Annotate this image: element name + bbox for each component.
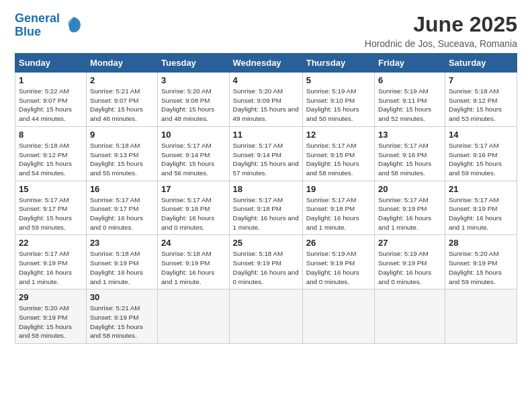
- day-number: 18: [233, 184, 299, 194]
- day-number: 13: [378, 130, 441, 140]
- day-detail: Sunrise: 5:19 AM Sunset: 9:11 PM Dayligh…: [378, 87, 441, 124]
- calendar-cell: 11Sunrise: 5:17 AM Sunset: 9:14 PM Dayli…: [229, 126, 302, 181]
- day-detail: Sunrise: 5:18 AM Sunset: 9:19 PM Dayligh…: [233, 249, 299, 286]
- day-number: 10: [161, 130, 226, 140]
- day-detail: Sunrise: 5:22 AM Sunset: 9:07 PM Dayligh…: [19, 87, 83, 124]
- calendar-cell: [302, 289, 374, 344]
- calendar-cell: 4Sunrise: 5:20 AM Sunset: 9:09 PM Daylig…: [229, 73, 302, 127]
- calendar-cell: 22Sunrise: 5:17 AM Sunset: 9:19 PM Dayli…: [15, 235, 87, 289]
- calendar-title: June 2025: [365, 12, 517, 37]
- calendar-cell: 12Sunrise: 5:17 AM Sunset: 9:15 PM Dayli…: [302, 126, 374, 181]
- day-number: 11: [233, 130, 299, 140]
- calendar-cell: 19Sunrise: 5:17 AM Sunset: 9:18 PM Dayli…: [302, 181, 374, 235]
- day-number: 8: [19, 130, 83, 140]
- day-number: 27: [378, 238, 441, 248]
- day-number: 9: [90, 130, 154, 140]
- day-number: 30: [90, 292, 154, 302]
- day-detail: Sunrise: 5:17 AM Sunset: 9:17 PM Dayligh…: [90, 195, 154, 232]
- calendar-cell: 6Sunrise: 5:19 AM Sunset: 9:11 PM Daylig…: [375, 73, 445, 127]
- day-number: 16: [90, 184, 154, 194]
- day-number: 1: [19, 75, 83, 85]
- day-detail: Sunrise: 5:20 AM Sunset: 9:19 PM Dayligh…: [19, 304, 83, 340]
- weekday-header-tuesday: Tuesday: [158, 54, 230, 73]
- day-detail: Sunrise: 5:18 AM Sunset: 9:13 PM Dayligh…: [90, 141, 154, 178]
- day-number: 12: [306, 130, 371, 140]
- calendar-cell: 8Sunrise: 5:18 AM Sunset: 9:12 PM Daylig…: [15, 126, 87, 181]
- calendar-cell: 14Sunrise: 5:17 AM Sunset: 9:16 PM Dayli…: [445, 126, 517, 181]
- day-detail: Sunrise: 5:17 AM Sunset: 9:15 PM Dayligh…: [306, 141, 371, 178]
- weekday-header-thursday: Thursday: [302, 54, 374, 73]
- day-detail: Sunrise: 5:19 AM Sunset: 9:10 PM Dayligh…: [306, 87, 371, 124]
- day-number: 15: [19, 184, 83, 194]
- calendar-cell: 30Sunrise: 5:21 AM Sunset: 9:19 PM Dayli…: [86, 289, 157, 344]
- weekday-header-wednesday: Wednesday: [229, 54, 302, 73]
- logo: General Blue: [15, 12, 84, 39]
- weekday-header-row: SundayMondayTuesdayWednesdayThursdayFrid…: [15, 54, 517, 73]
- day-detail: Sunrise: 5:17 AM Sunset: 9:19 PM Dayligh…: [378, 195, 441, 232]
- day-number: 29: [19, 292, 83, 302]
- weekday-header-monday: Monday: [86, 54, 157, 73]
- day-detail: Sunrise: 5:17 AM Sunset: 9:16 PM Dayligh…: [378, 141, 441, 178]
- calendar-cell: [229, 289, 302, 344]
- calendar-cell: 17Sunrise: 5:17 AM Sunset: 9:18 PM Dayli…: [158, 181, 230, 235]
- day-number: 7: [449, 75, 513, 85]
- calendar-cell: 21Sunrise: 5:17 AM Sunset: 9:19 PM Dayli…: [445, 181, 517, 235]
- day-number: 14: [449, 130, 513, 140]
- day-number: 26: [306, 238, 371, 248]
- calendar-cell: 1Sunrise: 5:22 AM Sunset: 9:07 PM Daylig…: [15, 73, 87, 127]
- day-detail: Sunrise: 5:18 AM Sunset: 9:12 PM Dayligh…: [19, 141, 83, 178]
- weekday-header-saturday: Saturday: [445, 54, 517, 73]
- day-detail: Sunrise: 5:17 AM Sunset: 9:18 PM Dayligh…: [306, 195, 371, 232]
- day-detail: Sunrise: 5:18 AM Sunset: 9:19 PM Dayligh…: [161, 249, 226, 286]
- calendar-cell: 23Sunrise: 5:18 AM Sunset: 9:19 PM Dayli…: [86, 235, 157, 289]
- title-block: June 2025 Horodnic de Jos, Suceava, Roma…: [365, 12, 517, 49]
- calendar-week-5: 29Sunrise: 5:20 AM Sunset: 9:19 PM Dayli…: [15, 289, 517, 344]
- weekday-header-sunday: Sunday: [15, 54, 87, 73]
- calendar-cell: 16Sunrise: 5:17 AM Sunset: 9:17 PM Dayli…: [86, 181, 157, 235]
- logo-bird-icon: [62, 15, 84, 36]
- day-number: 19: [306, 184, 371, 194]
- day-detail: Sunrise: 5:18 AM Sunset: 9:12 PM Dayligh…: [449, 87, 513, 124]
- calendar-cell: 15Sunrise: 5:17 AM Sunset: 9:17 PM Dayli…: [15, 181, 87, 235]
- calendar-cell: 5Sunrise: 5:19 AM Sunset: 9:10 PM Daylig…: [302, 73, 374, 127]
- day-detail: Sunrise: 5:20 AM Sunset: 9:19 PM Dayligh…: [449, 249, 513, 286]
- calendar-cell: 10Sunrise: 5:17 AM Sunset: 9:14 PM Dayli…: [158, 126, 230, 181]
- day-number: 2: [90, 75, 154, 85]
- day-detail: Sunrise: 5:17 AM Sunset: 9:17 PM Dayligh…: [19, 195, 83, 232]
- day-detail: Sunrise: 5:17 AM Sunset: 9:18 PM Dayligh…: [161, 195, 226, 232]
- calendar-page: General Blue June 2025 Horodnic de Jos, …: [0, 0, 532, 411]
- weekday-header-friday: Friday: [375, 54, 445, 73]
- calendar-week-3: 15Sunrise: 5:17 AM Sunset: 9:17 PM Dayli…: [15, 181, 517, 235]
- day-detail: Sunrise: 5:19 AM Sunset: 9:19 PM Dayligh…: [378, 249, 441, 286]
- calendar-cell: 9Sunrise: 5:18 AM Sunset: 9:13 PM Daylig…: [86, 126, 157, 181]
- calendar-cell: 13Sunrise: 5:17 AM Sunset: 9:16 PM Dayli…: [375, 126, 445, 181]
- day-detail: Sunrise: 5:17 AM Sunset: 9:14 PM Dayligh…: [161, 141, 226, 178]
- day-detail: Sunrise: 5:21 AM Sunset: 9:07 PM Dayligh…: [90, 87, 154, 124]
- calendar-cell: 27Sunrise: 5:19 AM Sunset: 9:19 PM Dayli…: [375, 235, 445, 289]
- day-number: 3: [161, 75, 226, 85]
- calendar-cell: [375, 289, 445, 344]
- calendar-cell: 20Sunrise: 5:17 AM Sunset: 9:19 PM Dayli…: [375, 181, 445, 235]
- day-number: 22: [19, 238, 83, 248]
- day-number: 21: [449, 184, 513, 194]
- day-detail: Sunrise: 5:21 AM Sunset: 9:19 PM Dayligh…: [90, 304, 154, 340]
- day-number: 17: [161, 184, 226, 194]
- calendar-cell: 29Sunrise: 5:20 AM Sunset: 9:19 PM Dayli…: [15, 289, 87, 344]
- logo-text2: Blue: [15, 26, 60, 39]
- day-number: 23: [90, 238, 154, 248]
- calendar-week-2: 8Sunrise: 5:18 AM Sunset: 9:12 PM Daylig…: [15, 126, 517, 181]
- day-number: 4: [233, 75, 299, 85]
- calendar-cell: [158, 289, 230, 344]
- calendar-cell: 25Sunrise: 5:18 AM Sunset: 9:19 PM Dayli…: [229, 235, 302, 289]
- calendar-week-1: 1Sunrise: 5:22 AM Sunset: 9:07 PM Daylig…: [15, 73, 517, 127]
- day-number: 5: [306, 75, 371, 85]
- day-number: 28: [449, 238, 513, 248]
- calendar-cell: 26Sunrise: 5:19 AM Sunset: 9:19 PM Dayli…: [302, 235, 374, 289]
- calendar-subtitle: Horodnic de Jos, Suceava, Romania: [365, 38, 517, 49]
- day-detail: Sunrise: 5:17 AM Sunset: 9:19 PM Dayligh…: [449, 195, 513, 232]
- day-detail: Sunrise: 5:17 AM Sunset: 9:19 PM Dayligh…: [19, 249, 83, 286]
- day-number: 6: [378, 75, 441, 85]
- calendar-cell: 18Sunrise: 5:17 AM Sunset: 9:18 PM Dayli…: [229, 181, 302, 235]
- day-number: 24: [161, 238, 226, 248]
- day-detail: Sunrise: 5:18 AM Sunset: 9:19 PM Dayligh…: [90, 249, 154, 286]
